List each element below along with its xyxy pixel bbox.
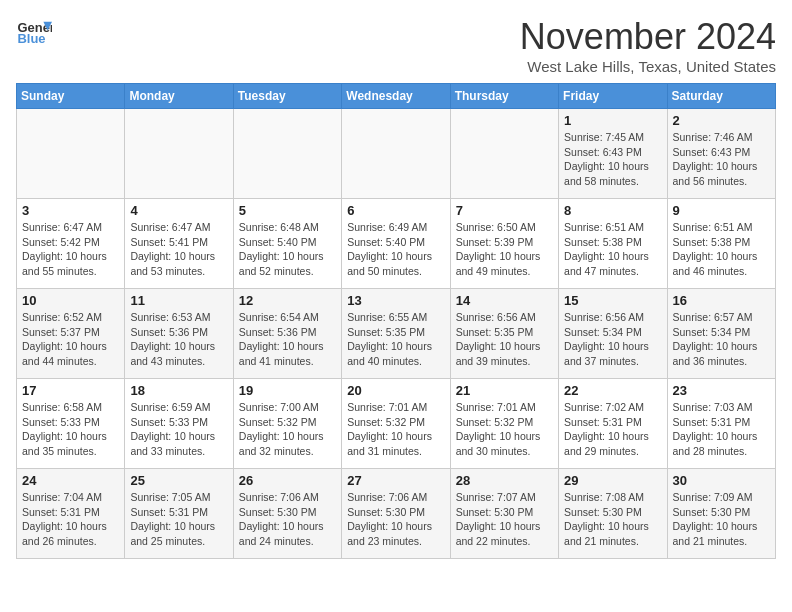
title-block: November 2024 West Lake Hills, Texas, Un… <box>520 16 776 75</box>
header-cell-tuesday: Tuesday <box>233 84 341 109</box>
day-number: 14 <box>456 293 553 308</box>
day-number: 28 <box>456 473 553 488</box>
day-cell-15: 15Sunrise: 6:56 AM Sunset: 5:34 PM Dayli… <box>559 289 667 379</box>
day-number: 19 <box>239 383 336 398</box>
day-cell-12: 12Sunrise: 6:54 AM Sunset: 5:36 PM Dayli… <box>233 289 341 379</box>
day-cell-1: 1Sunrise: 7:45 AM Sunset: 6:43 PM Daylig… <box>559 109 667 199</box>
day-info: Sunrise: 6:59 AM Sunset: 5:33 PM Dayligh… <box>130 400 227 459</box>
day-info: Sunrise: 6:56 AM Sunset: 5:34 PM Dayligh… <box>564 310 661 369</box>
day-info: Sunrise: 7:45 AM Sunset: 6:43 PM Dayligh… <box>564 130 661 189</box>
day-info: Sunrise: 6:58 AM Sunset: 5:33 PM Dayligh… <box>22 400 119 459</box>
header-cell-wednesday: Wednesday <box>342 84 450 109</box>
day-number: 7 <box>456 203 553 218</box>
day-info: Sunrise: 7:46 AM Sunset: 6:43 PM Dayligh… <box>673 130 770 189</box>
day-info: Sunrise: 7:05 AM Sunset: 5:31 PM Dayligh… <box>130 490 227 549</box>
day-number: 9 <box>673 203 770 218</box>
day-number: 16 <box>673 293 770 308</box>
day-info: Sunrise: 7:06 AM Sunset: 5:30 PM Dayligh… <box>239 490 336 549</box>
day-cell-28: 28Sunrise: 7:07 AM Sunset: 5:30 PM Dayli… <box>450 469 558 559</box>
month-title: November 2024 <box>520 16 776 58</box>
day-number: 3 <box>22 203 119 218</box>
calendar-body: 1Sunrise: 7:45 AM Sunset: 6:43 PM Daylig… <box>17 109 776 559</box>
page-header: General Blue November 2024 West Lake Hil… <box>16 16 776 75</box>
logo: General Blue <box>16 16 52 52</box>
day-info: Sunrise: 6:51 AM Sunset: 5:38 PM Dayligh… <box>673 220 770 279</box>
day-cell-6: 6Sunrise: 6:49 AM Sunset: 5:40 PM Daylig… <box>342 199 450 289</box>
day-cell-11: 11Sunrise: 6:53 AM Sunset: 5:36 PM Dayli… <box>125 289 233 379</box>
header-row: SundayMondayTuesdayWednesdayThursdayFrid… <box>17 84 776 109</box>
day-cell-3: 3Sunrise: 6:47 AM Sunset: 5:42 PM Daylig… <box>17 199 125 289</box>
day-info: Sunrise: 6:54 AM Sunset: 5:36 PM Dayligh… <box>239 310 336 369</box>
day-number: 2 <box>673 113 770 128</box>
day-info: Sunrise: 7:01 AM Sunset: 5:32 PM Dayligh… <box>347 400 444 459</box>
day-cell-26: 26Sunrise: 7:06 AM Sunset: 5:30 PM Dayli… <box>233 469 341 559</box>
calendar-table: SundayMondayTuesdayWednesdayThursdayFrid… <box>16 83 776 559</box>
day-cell-23: 23Sunrise: 7:03 AM Sunset: 5:31 PM Dayli… <box>667 379 775 469</box>
empty-cell <box>125 109 233 199</box>
day-number: 10 <box>22 293 119 308</box>
day-cell-21: 21Sunrise: 7:01 AM Sunset: 5:32 PM Dayli… <box>450 379 558 469</box>
day-info: Sunrise: 6:57 AM Sunset: 5:34 PM Dayligh… <box>673 310 770 369</box>
empty-cell <box>17 109 125 199</box>
day-info: Sunrise: 6:52 AM Sunset: 5:37 PM Dayligh… <box>22 310 119 369</box>
day-info: Sunrise: 7:06 AM Sunset: 5:30 PM Dayligh… <box>347 490 444 549</box>
day-cell-25: 25Sunrise: 7:05 AM Sunset: 5:31 PM Dayli… <box>125 469 233 559</box>
day-number: 29 <box>564 473 661 488</box>
week-row-1: 1Sunrise: 7:45 AM Sunset: 6:43 PM Daylig… <box>17 109 776 199</box>
day-info: Sunrise: 7:01 AM Sunset: 5:32 PM Dayligh… <box>456 400 553 459</box>
header-cell-thursday: Thursday <box>450 84 558 109</box>
day-number: 30 <box>673 473 770 488</box>
day-info: Sunrise: 6:47 AM Sunset: 5:42 PM Dayligh… <box>22 220 119 279</box>
day-cell-13: 13Sunrise: 6:55 AM Sunset: 5:35 PM Dayli… <box>342 289 450 379</box>
header-cell-monday: Monday <box>125 84 233 109</box>
day-cell-10: 10Sunrise: 6:52 AM Sunset: 5:37 PM Dayli… <box>17 289 125 379</box>
day-info: Sunrise: 7:07 AM Sunset: 5:30 PM Dayligh… <box>456 490 553 549</box>
day-number: 13 <box>347 293 444 308</box>
week-row-4: 17Sunrise: 6:58 AM Sunset: 5:33 PM Dayli… <box>17 379 776 469</box>
day-cell-16: 16Sunrise: 6:57 AM Sunset: 5:34 PM Dayli… <box>667 289 775 379</box>
empty-cell <box>233 109 341 199</box>
day-number: 18 <box>130 383 227 398</box>
day-info: Sunrise: 6:55 AM Sunset: 5:35 PM Dayligh… <box>347 310 444 369</box>
day-number: 4 <box>130 203 227 218</box>
day-cell-20: 20Sunrise: 7:01 AM Sunset: 5:32 PM Dayli… <box>342 379 450 469</box>
day-number: 11 <box>130 293 227 308</box>
day-cell-8: 8Sunrise: 6:51 AM Sunset: 5:38 PM Daylig… <box>559 199 667 289</box>
day-cell-2: 2Sunrise: 7:46 AM Sunset: 6:43 PM Daylig… <box>667 109 775 199</box>
day-number: 15 <box>564 293 661 308</box>
day-info: Sunrise: 6:50 AM Sunset: 5:39 PM Dayligh… <box>456 220 553 279</box>
day-number: 17 <box>22 383 119 398</box>
day-cell-30: 30Sunrise: 7:09 AM Sunset: 5:30 PM Dayli… <box>667 469 775 559</box>
day-cell-19: 19Sunrise: 7:00 AM Sunset: 5:32 PM Dayli… <box>233 379 341 469</box>
day-number: 21 <box>456 383 553 398</box>
day-cell-4: 4Sunrise: 6:47 AM Sunset: 5:41 PM Daylig… <box>125 199 233 289</box>
day-number: 27 <box>347 473 444 488</box>
empty-cell <box>342 109 450 199</box>
day-info: Sunrise: 7:08 AM Sunset: 5:30 PM Dayligh… <box>564 490 661 549</box>
day-info: Sunrise: 6:53 AM Sunset: 5:36 PM Dayligh… <box>130 310 227 369</box>
calendar-header: SundayMondayTuesdayWednesdayThursdayFrid… <box>17 84 776 109</box>
day-number: 24 <box>22 473 119 488</box>
location: West Lake Hills, Texas, United States <box>520 58 776 75</box>
day-cell-14: 14Sunrise: 6:56 AM Sunset: 5:35 PM Dayli… <box>450 289 558 379</box>
day-cell-27: 27Sunrise: 7:06 AM Sunset: 5:30 PM Dayli… <box>342 469 450 559</box>
day-info: Sunrise: 6:49 AM Sunset: 5:40 PM Dayligh… <box>347 220 444 279</box>
day-cell-7: 7Sunrise: 6:50 AM Sunset: 5:39 PM Daylig… <box>450 199 558 289</box>
day-info: Sunrise: 7:03 AM Sunset: 5:31 PM Dayligh… <box>673 400 770 459</box>
day-number: 12 <box>239 293 336 308</box>
day-info: Sunrise: 6:51 AM Sunset: 5:38 PM Dayligh… <box>564 220 661 279</box>
day-info: Sunrise: 7:00 AM Sunset: 5:32 PM Dayligh… <box>239 400 336 459</box>
day-cell-18: 18Sunrise: 6:59 AM Sunset: 5:33 PM Dayli… <box>125 379 233 469</box>
day-number: 6 <box>347 203 444 218</box>
day-cell-29: 29Sunrise: 7:08 AM Sunset: 5:30 PM Dayli… <box>559 469 667 559</box>
svg-text:Blue: Blue <box>17 31 45 46</box>
day-cell-17: 17Sunrise: 6:58 AM Sunset: 5:33 PM Dayli… <box>17 379 125 469</box>
day-cell-22: 22Sunrise: 7:02 AM Sunset: 5:31 PM Dayli… <box>559 379 667 469</box>
day-number: 23 <box>673 383 770 398</box>
day-number: 5 <box>239 203 336 218</box>
logo-icon: General Blue <box>16 16 52 52</box>
day-info: Sunrise: 6:56 AM Sunset: 5:35 PM Dayligh… <box>456 310 553 369</box>
day-info: Sunrise: 6:48 AM Sunset: 5:40 PM Dayligh… <box>239 220 336 279</box>
week-row-5: 24Sunrise: 7:04 AM Sunset: 5:31 PM Dayli… <box>17 469 776 559</box>
day-number: 20 <box>347 383 444 398</box>
